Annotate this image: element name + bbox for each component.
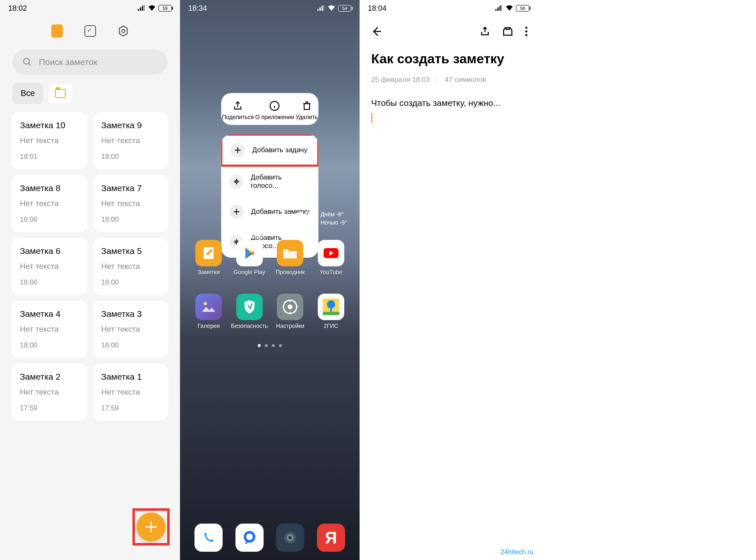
svg-point-1: [24, 58, 29, 64]
svg-point-6: [288, 304, 293, 309]
status-time: 18:02: [8, 4, 27, 13]
app-label: Безопасность: [231, 323, 268, 329]
note-body[interactable]: Чтобы создать заметку, нужно...: [360, 88, 538, 133]
note-card[interactable]: Заметка 3Нет текста18:00: [93, 301, 169, 358]
search-input[interactable]: Поиск заметок: [12, 50, 168, 74]
notes-list-screen: 18:02 59 Поиск заметок Все Заметка 10Нет…: [0, 0, 180, 560]
share-icon[interactable]: [480, 26, 490, 37]
delete-action[interactable]: Удалить: [295, 101, 317, 121]
play-app-icon: [236, 240, 263, 266]
note-text: Чтобы создать заметку, нужно...: [371, 98, 500, 108]
camera-app[interactable]: [276, 524, 304, 552]
note-editor-screen: 18:04 58 Как создать заметку 25 февраля …: [360, 0, 538, 560]
weather-widget[interactable]: -8° ердл. Днём -8° Ночью -9°: [264, 208, 347, 229]
meta-divider: |: [436, 76, 438, 84]
search-icon: [22, 57, 32, 67]
note-card[interactable]: Заметка 8Нет текста18:00: [12, 175, 87, 232]
fab-highlight: [132, 508, 170, 546]
notes-app[interactable]: Заметки: [190, 240, 227, 275]
play-app[interactable]: Google Play: [231, 240, 268, 275]
editor-header: [360, 17, 538, 46]
filter-all-button[interactable]: Все: [12, 83, 43, 104]
status-icons: 54: [317, 5, 351, 12]
notes-grid: Заметка 10Нет текста18:01 Заметка 9Нет т…: [0, 112, 180, 421]
add-task-label: Добавить задачу: [252, 146, 307, 154]
weather-day: Днём -8°: [320, 211, 347, 219]
svg-point-4: [204, 302, 207, 305]
files-app[interactable]: Проводник: [271, 240, 309, 275]
share-label: Поделиться: [222, 114, 254, 121]
note-card[interactable]: Заметка 2Нет текста17:59: [12, 364, 87, 421]
watermark: 24hitech.ru: [501, 548, 533, 556]
folder-icon: [55, 89, 66, 98]
gallery-app[interactable]: Галерея: [190, 294, 227, 329]
note-time: 18:00: [101, 153, 161, 161]
signal-icon: [137, 5, 145, 12]
app-row: Галерея Безопасность Настройки 2ГИС: [180, 294, 360, 329]
note-card[interactable]: Заметка 4Нет текста18:00: [12, 301, 87, 358]
yandex-app[interactable]: Я: [317, 524, 345, 552]
page-dot[interactable]: [272, 344, 275, 347]
note-subtitle: Нет текста: [20, 262, 79, 271]
note-card[interactable]: Заметка 1Нет текста17:59: [93, 364, 169, 421]
2gis-app[interactable]: 2ГИС: [312, 294, 350, 329]
editor-actions: [480, 26, 528, 37]
status-bar: 18:04 58: [360, 0, 538, 17]
page-dot[interactable]: [258, 344, 261, 347]
more-icon[interactable]: [525, 26, 528, 36]
svg-point-11: [246, 534, 253, 540]
delete-label: Удалить: [295, 114, 317, 121]
note-title: Заметка 1: [101, 372, 161, 382]
note-time: 18:00: [101, 341, 161, 349]
phone-app[interactable]: [194, 524, 223, 552]
add-task-item[interactable]: Добавить задачу: [221, 134, 319, 167]
page-indicator: [258, 344, 282, 347]
note-date: 25 февраля 18:03: [371, 76, 430, 84]
theme-icon[interactable]: [502, 26, 514, 37]
tab-settings[interactable]: [117, 25, 130, 37]
note-title: Заметка 8: [20, 183, 79, 193]
weather-details: Днём -8° Ночью -9°: [320, 211, 347, 227]
note-time: 18:01: [20, 153, 79, 161]
app-row: Заметки Google Play Проводник YouTube: [180, 240, 360, 275]
tab-checklist[interactable]: [84, 25, 96, 37]
note-subtitle: Нет текста: [101, 388, 161, 397]
note-title: Заметка 4: [20, 309, 79, 319]
status-bar: 18:02 59: [0, 0, 180, 17]
trash-icon: [301, 101, 312, 111]
messages-app[interactable]: [235, 524, 264, 552]
note-time: 18:00: [20, 278, 79, 287]
add-note-fab[interactable]: [137, 512, 166, 541]
note-card[interactable]: Заметка 7Нет текста18:00: [93, 175, 169, 232]
weather-temperature: -8°: [289, 208, 312, 229]
filter-folder-button[interactable]: [48, 83, 73, 104]
note-card[interactable]: Заметка 6Нет текста18:00: [12, 238, 87, 295]
note-meta: 25 февраля 18:03 | 47 символов: [360, 72, 538, 88]
page-dot[interactable]: [265, 344, 268, 347]
note-time: 18:00: [101, 278, 161, 287]
app-label: 2ГИС: [324, 323, 338, 329]
note-title[interactable]: Как создать заметку: [360, 46, 538, 72]
note-subtitle: Нет текста: [101, 136, 161, 145]
share-action[interactable]: Поделиться: [222, 101, 254, 121]
settings-app[interactable]: Настройки: [271, 294, 309, 329]
page-dot[interactable]: [279, 344, 282, 347]
note-card[interactable]: Заметка 9Нет текста18:00: [93, 112, 169, 169]
add-voice-item[interactable]: Добавить голосо...: [221, 166, 319, 197]
popup-actions: Поделиться О приложении Удалить: [221, 93, 319, 125]
status-icons: 59: [137, 5, 172, 12]
note-subtitle: Нет текста: [20, 136, 79, 145]
youtube-app[interactable]: YouTube: [312, 240, 350, 275]
battery-icon: 59: [158, 5, 172, 12]
app-label: YouTube: [319, 269, 342, 275]
add-voice-label: Добавить голосо...: [251, 173, 310, 190]
about-action[interactable]: О приложении: [255, 101, 294, 121]
security-app[interactable]: Безопасность: [231, 294, 268, 329]
note-card[interactable]: Заметка 10Нет текста18:01: [12, 112, 87, 169]
app-label: Google Play: [234, 269, 265, 275]
back-button[interactable]: [370, 25, 383, 38]
app-label: Проводник: [276, 269, 305, 275]
plus-icon: [144, 519, 158, 534]
note-card[interactable]: Заметка 5Нет текста18:00: [93, 238, 169, 295]
tab-notes[interactable]: [51, 25, 63, 37]
